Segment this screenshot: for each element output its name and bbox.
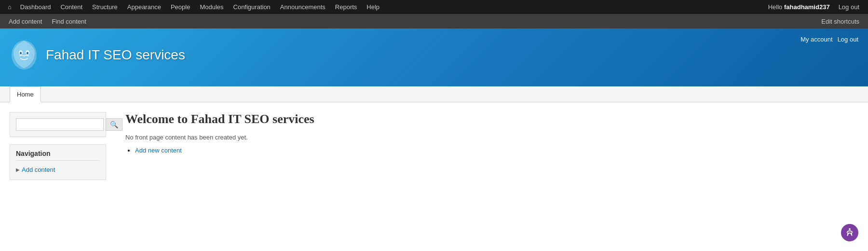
main-content: 🔍 Navigation ▶ Add content Welcome to Fa… xyxy=(0,102,868,251)
admin-toolbar: ⌂ Dashboard Content Structure Appearance… xyxy=(0,0,868,14)
content-links: Add new content xyxy=(135,147,858,154)
search-form: 🔍 xyxy=(16,118,100,131)
svg-point-4 xyxy=(27,52,28,55)
accessibility-svg-icon xyxy=(844,227,855,238)
toolbar-item-reports[interactable]: Reports xyxy=(330,0,362,14)
hello-text: Hello fahadhamid237 xyxy=(764,3,834,11)
add-content-nav-link[interactable]: Add content xyxy=(22,166,55,173)
toolbar-item-dashboard[interactable]: Dashboard xyxy=(15,0,56,14)
svg-point-5 xyxy=(849,228,851,230)
logout-button[interactable]: Log out xyxy=(834,0,864,14)
sidebar: 🔍 Navigation ▶ Add content xyxy=(10,112,106,251)
tab-home[interactable]: Home xyxy=(10,86,41,102)
site-header: Fahad IT SEO services My account Log out xyxy=(0,28,868,86)
toolbar-item-help[interactable]: Help xyxy=(362,0,384,14)
navigation-title: Navigation xyxy=(16,150,100,161)
shortcut-find-content[interactable]: Find content xyxy=(47,14,91,28)
add-new-content-link[interactable]: Add new content xyxy=(135,147,182,154)
page-title: Welcome to Fahad IT SEO services xyxy=(125,112,858,126)
primary-nav: Home xyxy=(0,86,868,102)
page-subtitle: No front page content has been created y… xyxy=(125,134,858,141)
search-input[interactable] xyxy=(16,118,104,131)
toolbar-item-modules[interactable]: Modules xyxy=(195,0,228,14)
site-name: Fahad IT SEO services xyxy=(46,47,185,63)
drupal-logo xyxy=(10,38,39,72)
toolbar-item-people[interactable]: People xyxy=(166,0,195,14)
edit-shortcuts-link[interactable]: Edit shortcuts xyxy=(816,18,864,25)
accessibility-icon[interactable] xyxy=(841,224,858,241)
nav-link-add-content: ▶ Add content xyxy=(16,165,100,175)
header-logout-link[interactable]: Log out xyxy=(838,36,858,43)
nav-arrow-icon: ▶ xyxy=(16,167,20,172)
header-account-links: My account Log out xyxy=(800,36,858,43)
navigation-block: Navigation ▶ Add content xyxy=(10,144,106,180)
username: fahadhamid237 xyxy=(784,3,830,11)
toolbar-item-appearance[interactable]: Appearance xyxy=(122,0,166,14)
search-block: 🔍 xyxy=(10,112,106,137)
list-item: Add new content xyxy=(135,147,858,154)
toolbar-item-content[interactable]: Content xyxy=(55,0,87,14)
svg-point-3 xyxy=(20,52,22,55)
home-toolbar-icon[interactable]: ⌂ xyxy=(4,0,15,14)
my-account-link[interactable]: My account xyxy=(800,36,832,43)
toolbar-item-structure[interactable]: Structure xyxy=(87,0,122,14)
shortcuts-bar: Add content Find content Edit shortcuts xyxy=(0,14,868,28)
shortcut-add-content[interactable]: Add content xyxy=(4,14,47,28)
content-area: Welcome to Fahad IT SEO services No fron… xyxy=(116,112,858,251)
toolbar-user-area: Hello fahadhamid237 Log out xyxy=(764,0,864,14)
site-logo-area: Fahad IT SEO services xyxy=(10,36,185,72)
toolbar-nav: ⌂ Dashboard Content Structure Appearance… xyxy=(4,0,384,14)
toolbar-item-configuration[interactable]: Configuration xyxy=(229,0,275,14)
toolbar-item-announcements[interactable]: Announcements xyxy=(275,0,330,14)
